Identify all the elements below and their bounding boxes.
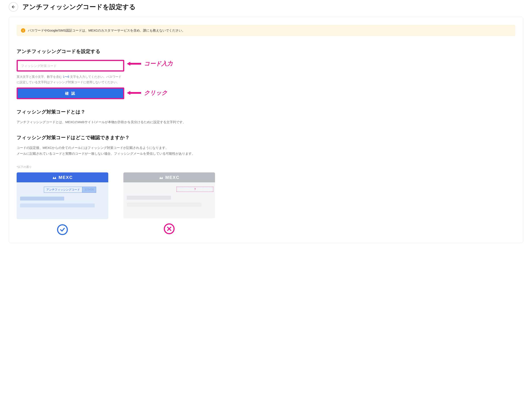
page-title: アンチフィッシングコードを設定する xyxy=(22,3,136,12)
mock-header-bad: MEXC xyxy=(123,172,215,182)
placeholder-bar xyxy=(127,196,171,200)
example-good: MEXC アンチフィッシングコード 123456 xyxy=(17,172,108,235)
faq2-answer-1: コードの設定後、MEXCからの全てのメールにはフィッシング対策コードが記載される… xyxy=(17,145,515,150)
form-title: アンチフィッシングコードを設定する xyxy=(17,48,515,55)
cross-icon xyxy=(166,226,172,232)
faq1-answer: アンチフィッシングコードとは、MEXCのWebサイト/メールが本物か詐欺かを見分… xyxy=(17,119,515,125)
mexc-logo-icon xyxy=(52,175,57,180)
faq1-question: フィッシング対策コードとは？ xyxy=(17,109,515,115)
annotation-input: コード入力 xyxy=(127,60,515,67)
example-bad: MEXC ？ xyxy=(123,172,215,235)
back-button[interactable] xyxy=(9,2,18,12)
warning-banner: i パスワードやGoogle/SMS認証コードは、MEXCのカスタマーサービスを… xyxy=(17,25,515,36)
check-icon xyxy=(60,227,65,232)
placeholder-bar xyxy=(127,203,201,207)
cross-badge xyxy=(164,223,175,234)
annotation-click: クリック xyxy=(127,89,515,97)
input-highlight-frame xyxy=(17,60,124,71)
good-code-chip: アンチフィッシングコード 123456 xyxy=(44,187,105,193)
confirm-button[interactable]: 確 認 xyxy=(18,88,123,98)
faq2-question: フィッシング対策コードはどこで確認できますか？ xyxy=(17,134,515,141)
mock-header-good: MEXC xyxy=(17,172,108,182)
faq2-answer-2: メールに記載されているコードと実際のコードが一致しない場合、フィッシングメールを… xyxy=(17,150,515,157)
bad-code-chip: ？ xyxy=(177,187,213,192)
warning-text: パスワードやGoogle/SMS認証コードは、MEXCのカスタマーサービスを含め… xyxy=(28,29,185,33)
arrow-left-annotation-icon xyxy=(127,61,141,66)
confirm-highlight-frame: 確 認 xyxy=(17,88,124,99)
input-help-text: 英大文字と英小文字、数字を含む 1〜6 文字を入力してください。パスワードに設定… xyxy=(17,74,124,85)
info-icon: i xyxy=(21,28,25,33)
examples-note: *以下の通り xyxy=(17,165,515,169)
content-card: i パスワードやGoogle/SMS認証コードは、MEXCのカスタマーサービスを… xyxy=(9,17,523,243)
mexc-logo-icon xyxy=(159,175,164,180)
arrow-left-icon xyxy=(11,5,16,9)
check-badge xyxy=(57,224,68,235)
placeholder-bar xyxy=(20,204,95,207)
arrow-left-annotation-icon xyxy=(127,90,141,95)
placeholder-bar xyxy=(20,197,64,200)
antiphishing-code-input[interactable] xyxy=(18,61,123,70)
